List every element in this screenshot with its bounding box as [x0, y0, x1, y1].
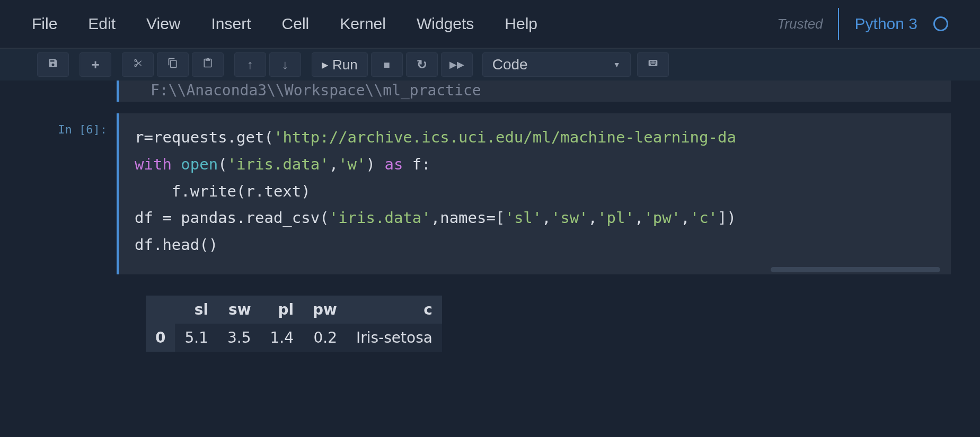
menu-view[interactable]: View [146, 15, 180, 33]
menu-kernel[interactable]: Kernel [340, 15, 386, 33]
menu-items: File Edit View Insert Cell Kernel Widget… [32, 15, 777, 33]
plus-icon: + [91, 57, 99, 73]
menu-cell[interactable]: Cell [282, 15, 310, 33]
cell-value: 1.4 [261, 324, 304, 352]
code-editor[interactable]: r=requests.get('http://archive.ics.uci.e… [117, 113, 951, 274]
notebook-area: F:\\Anaconda3\\Workspace\\ml_practice In… [0, 81, 980, 352]
column-header: pl [261, 296, 304, 324]
code-line[interactable]: with open('iris.data','w') as f: [135, 151, 935, 178]
restart-icon: ↻ [417, 57, 427, 72]
menu-help[interactable]: Help [505, 15, 537, 33]
save-button[interactable] [37, 52, 69, 77]
toolbar: + ↑ ↓ ▶ Run ■ ↻ ▶▶ Code ▼ [0, 49, 980, 81]
previous-output-tail: F:\\Anaconda3\\Workspace\\ml_practice [117, 81, 951, 102]
menu-right: Trusted Python 3 [777, 8, 948, 40]
paste-button[interactable] [192, 52, 224, 77]
restart-run-all-button[interactable]: ▶▶ [441, 52, 473, 77]
cell-value: 5.1 [175, 324, 218, 352]
dataframe-table: slswplpwc05.13.51.40.2Iris-setosa [146, 296, 442, 352]
column-header: c [347, 296, 442, 324]
run-button[interactable]: ▶ Run [312, 52, 368, 77]
cell-value: Iris-setosa [347, 324, 442, 352]
scissors-icon [133, 58, 143, 72]
run-label: Run [332, 57, 358, 73]
code-cell[interactable]: In [6]: r=requests.get('http://archive.i… [29, 113, 951, 274]
kernel-status-icon[interactable] [933, 16, 948, 31]
celltype-value: Code [492, 56, 528, 73]
restart-button[interactable]: ↻ [406, 52, 438, 77]
move-up-button[interactable]: ↑ [234, 52, 266, 77]
cell-output: slswplpwc05.13.51.40.2Iris-setosa [146, 296, 951, 352]
chevron-down-icon: ▼ [613, 60, 621, 69]
input-prompt: In [6]: [29, 113, 117, 274]
code-line[interactable]: f.write(r.text) [135, 178, 935, 205]
celltype-select[interactable]: Code ▼ [482, 52, 631, 77]
add-cell-button[interactable]: + [80, 52, 111, 77]
keyboard-icon [648, 58, 658, 72]
menubar: File Edit View Insert Cell Kernel Widget… [0, 0, 980, 49]
code-line[interactable]: df = pandas.read_csv('iris.data',names=[… [135, 204, 935, 231]
row-index: 0 [146, 324, 175, 352]
arrow-up-icon: ↑ [247, 57, 253, 72]
move-down-button[interactable]: ↓ [269, 52, 301, 77]
column-header: pw [303, 296, 347, 324]
arrow-down-icon: ↓ [282, 57, 288, 72]
menu-file[interactable]: File [32, 15, 57, 33]
stop-icon: ■ [384, 59, 390, 71]
menu-insert[interactable]: Insert [211, 15, 251, 33]
column-header: sw [218, 296, 261, 324]
trusted-indicator[interactable]: Trusted [777, 8, 838, 40]
cell-value: 0.2 [303, 324, 347, 352]
column-header [146, 296, 175, 324]
table-row: 05.13.51.40.2Iris-setosa [146, 324, 442, 352]
cell-value: 3.5 [218, 324, 261, 352]
paste-icon [202, 58, 213, 72]
save-icon [48, 58, 58, 72]
copy-button[interactable] [157, 52, 189, 77]
command-palette-button[interactable] [637, 52, 669, 77]
column-header: sl [175, 296, 218, 324]
play-icon: ▶ [322, 60, 328, 70]
horizontal-scrollbar[interactable] [771, 267, 940, 272]
cut-button[interactable] [122, 52, 154, 77]
menu-widgets[interactable]: Widgets [417, 15, 474, 33]
kernel-name[interactable]: Python 3 [855, 15, 917, 33]
stop-button[interactable]: ■ [371, 52, 403, 77]
menu-edit[interactable]: Edit [88, 15, 116, 33]
code-line[interactable]: df.head() [135, 231, 935, 258]
fast-forward-icon: ▶▶ [449, 59, 464, 70]
copy-icon [167, 58, 178, 72]
code-line[interactable]: r=requests.get('http://archive.ics.uci.e… [135, 124, 935, 151]
